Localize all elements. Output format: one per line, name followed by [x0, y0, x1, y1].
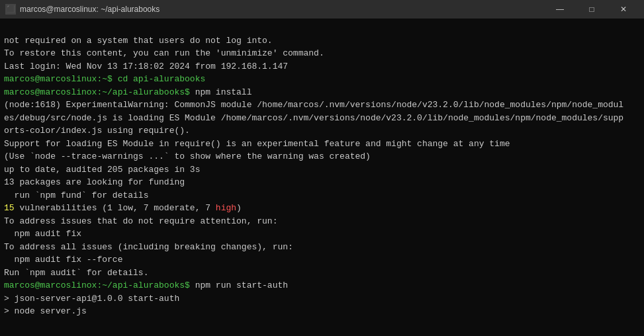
minimize-button[interactable]: —: [545, 0, 575, 19]
close-button[interactable]: ✕: [608, 0, 639, 19]
terminal-line: To address all issues (including breakin…: [4, 241, 640, 254]
terminal-line: To restore this content, you can run the…: [4, 47, 640, 60]
terminal-line: up to date, audited 205 packages in 3s: [4, 163, 640, 177]
terminal-line: es/debug/src/node.js is loading ES Modul…: [4, 112, 640, 125]
terminal-line: (Use `node --trace-warnings ...` to show…: [4, 150, 640, 163]
terminal-line: not required on a system that users do n…: [4, 34, 640, 48]
terminal-line: npm audit fix --force: [4, 253, 640, 267]
terminal-line: orts-color/index.js using require().: [4, 124, 640, 138]
window-controls[interactable]: — □ ✕: [545, 0, 639, 19]
window-title: marcos@marcoslinux: ~/api-alurabooks: [20, 5, 160, 14]
terminal-line: marcos@marcoslinox:~/api-alurabooks$ npm…: [4, 86, 640, 99]
terminal-line: 13 packages are looking for funding: [4, 176, 640, 189]
terminal-line: npm audit fix: [4, 228, 640, 241]
terminal-line: marcos@marcoslinox:~/api-alurabooks$ npm…: [4, 279, 640, 292]
terminal-output: not required on a system that users do n…: [0, 19, 644, 336]
title-bar: ⬛ marcos@marcoslinux: ~/api-alurabooks —…: [0, 0, 644, 19]
title-bar-left: ⬛ marcos@marcoslinux: ~/api-alurabooks: [5, 4, 160, 15]
terminal-line: Support for loading ES Module in require…: [4, 138, 640, 151]
terminal-line: run `npm fund` for details: [4, 189, 640, 202]
terminal-line: > json-server-api@1.0.0 start-auth: [4, 292, 640, 306]
terminal-line: Last login: Wed Nov 13 17:18:02 2024 fro…: [4, 60, 640, 73]
terminal-line: To address issues that do not require at…: [4, 215, 640, 228]
terminal-icon: ⬛: [5, 4, 16, 15]
terminal-line: > node server.js: [4, 305, 640, 318]
terminal-line: (node:1618) ExperimentalWarning: CommonJ…: [4, 99, 640, 112]
terminal-line: 15 vulnerabilities (1 low, 7 moderate, 7…: [4, 202, 640, 215]
terminal-line: Run `npm audit` for details.: [4, 267, 640, 280]
maximize-button[interactable]: □: [576, 0, 607, 19]
terminal-line: marcos@marcoslinux:~$ cd api-alurabooks: [4, 73, 640, 86]
